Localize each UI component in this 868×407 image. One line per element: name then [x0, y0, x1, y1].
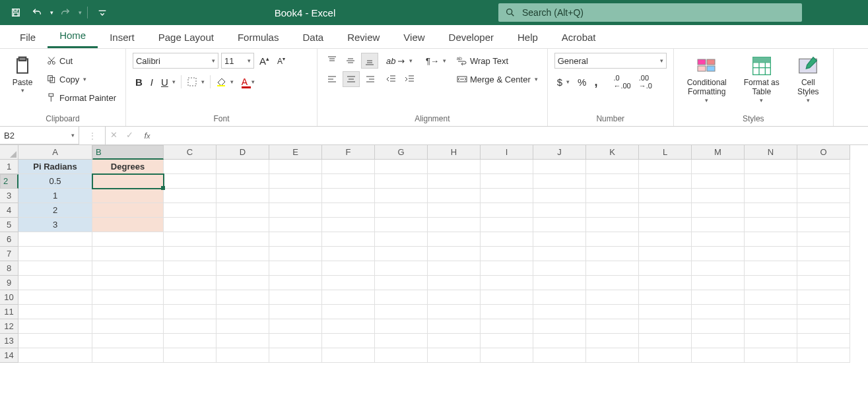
cell-B1[interactable]: Degrees: [92, 160, 164, 174]
cell-D4[interactable]: [217, 203, 269, 218]
cell-O9[interactable]: [797, 276, 850, 290]
cell-O4[interactable]: [797, 203, 850, 218]
increase-font-button[interactable]: A▴: [257, 53, 272, 69]
cell-I11[interactable]: [481, 305, 533, 319]
row-header-13[interactable]: 13: [0, 334, 18, 348]
cell-E6[interactable]: [269, 232, 322, 247]
cell-C13[interactable]: [164, 334, 217, 348]
cell-N11[interactable]: [745, 305, 797, 319]
column-header-A[interactable]: A: [18, 145, 92, 160]
cell-H10[interactable]: [428, 290, 481, 305]
underline-button[interactable]: U▾: [158, 74, 178, 90]
cell-M5[interactable]: [692, 218, 745, 232]
cell-I7[interactable]: [481, 247, 533, 261]
align-right-button[interactable]: [362, 71, 378, 87]
font-size-select[interactable]: 11▾: [221, 53, 254, 69]
cell-H5[interactable]: [428, 218, 481, 232]
rtl-button[interactable]: ¶→▾: [423, 53, 449, 69]
cell-K1[interactable]: [586, 160, 639, 174]
cell-K4[interactable]: [586, 203, 639, 218]
cell-K7[interactable]: [586, 247, 639, 261]
cell-L7[interactable]: [639, 247, 692, 261]
format-painter-button[interactable]: Format Painter: [44, 90, 119, 106]
cell-I2[interactable]: [481, 174, 533, 189]
cell-O3[interactable]: [797, 189, 850, 203]
cell-A8[interactable]: [18, 261, 92, 276]
cell-B12[interactable]: [92, 319, 164, 334]
cell-C2[interactable]: [164, 174, 217, 189]
cell-M3[interactable]: [692, 189, 745, 203]
cell-H1[interactable]: [428, 160, 481, 174]
cell-O2[interactable]: [797, 174, 850, 189]
percent-format-button[interactable]: %: [575, 74, 589, 90]
cell-J11[interactable]: [533, 305, 586, 319]
cell-H3[interactable]: [428, 189, 481, 203]
cell-I13[interactable]: [481, 334, 533, 348]
row-header-8[interactable]: 8: [0, 261, 18, 276]
cell-A12[interactable]: [18, 319, 92, 334]
save-icon[interactable]: [7, 3, 25, 22]
row-header-10[interactable]: 10: [0, 290, 18, 305]
cell-B7[interactable]: [92, 247, 164, 261]
cell-C14[interactable]: [164, 348, 217, 363]
cell-A6[interactable]: [18, 232, 92, 247]
cell-I10[interactable]: [481, 290, 533, 305]
tab-file[interactable]: File: [8, 26, 48, 48]
cell-N4[interactable]: [745, 203, 797, 218]
cell-G8[interactable]: [375, 261, 428, 276]
cell-N2[interactable]: [745, 174, 797, 189]
orientation-button[interactable]: ab↗▾: [384, 53, 415, 69]
cell-D3[interactable]: [217, 189, 269, 203]
cell-E7[interactable]: [269, 247, 322, 261]
column-header-E[interactable]: E: [269, 145, 322, 160]
cell-F2[interactable]: [322, 174, 375, 189]
cell-O11[interactable]: [797, 305, 850, 319]
column-header-D[interactable]: D: [217, 145, 269, 160]
cell-N9[interactable]: [745, 276, 797, 290]
cell-L14[interactable]: [639, 348, 692, 363]
row-header-4[interactable]: 4: [0, 203, 18, 218]
cell-L12[interactable]: [639, 319, 692, 334]
cell-K6[interactable]: [586, 232, 639, 247]
cell-K12[interactable]: [586, 319, 639, 334]
cell-G1[interactable]: [375, 160, 428, 174]
cell-O14[interactable]: [797, 348, 850, 363]
cell-E11[interactable]: [269, 305, 322, 319]
cell-G9[interactable]: [375, 276, 428, 290]
cell-E3[interactable]: [269, 189, 322, 203]
cell-L5[interactable]: [639, 218, 692, 232]
cell-M7[interactable]: [692, 247, 745, 261]
cell-M14[interactable]: [692, 348, 745, 363]
wrap-text-button[interactable]: ab Wrap Text: [454, 53, 541, 69]
row-header-14[interactable]: 14: [0, 348, 18, 363]
cell-G7[interactable]: [375, 247, 428, 261]
cell-E9[interactable]: [269, 276, 322, 290]
cell-J3[interactable]: [533, 189, 586, 203]
cell-O6[interactable]: [797, 232, 850, 247]
cell-C3[interactable]: [164, 189, 217, 203]
cell-K10[interactable]: [586, 290, 639, 305]
cell-O13[interactable]: [797, 334, 850, 348]
cell-G6[interactable]: [375, 232, 428, 247]
cell-G12[interactable]: [375, 319, 428, 334]
cell-I14[interactable]: [481, 348, 533, 363]
cell-A5[interactable]: 3: [18, 218, 92, 232]
cell-A14[interactable]: [18, 348, 92, 363]
cell-C6[interactable]: [164, 232, 217, 247]
cell-styles-button[interactable]: Cell Styles▾: [790, 53, 826, 106]
conditional-formatting-button[interactable]: Conditional Formatting▾: [681, 53, 733, 106]
cell-F9[interactable]: [322, 276, 375, 290]
cell-B4[interactable]: [92, 203, 164, 218]
cell-E13[interactable]: [269, 334, 322, 348]
cell-I1[interactable]: [481, 160, 533, 174]
cell-K14[interactable]: [586, 348, 639, 363]
cancel-formula-button[interactable]: ✕: [106, 127, 121, 142]
cell-B5[interactable]: [92, 218, 164, 232]
cell-D7[interactable]: [217, 247, 269, 261]
tab-view[interactable]: View: [391, 26, 436, 48]
cell-E1[interactable]: [269, 160, 322, 174]
cell-F5[interactable]: [322, 218, 375, 232]
cell-I8[interactable]: [481, 261, 533, 276]
cell-O8[interactable]: [797, 261, 850, 276]
cell-G5[interactable]: [375, 218, 428, 232]
